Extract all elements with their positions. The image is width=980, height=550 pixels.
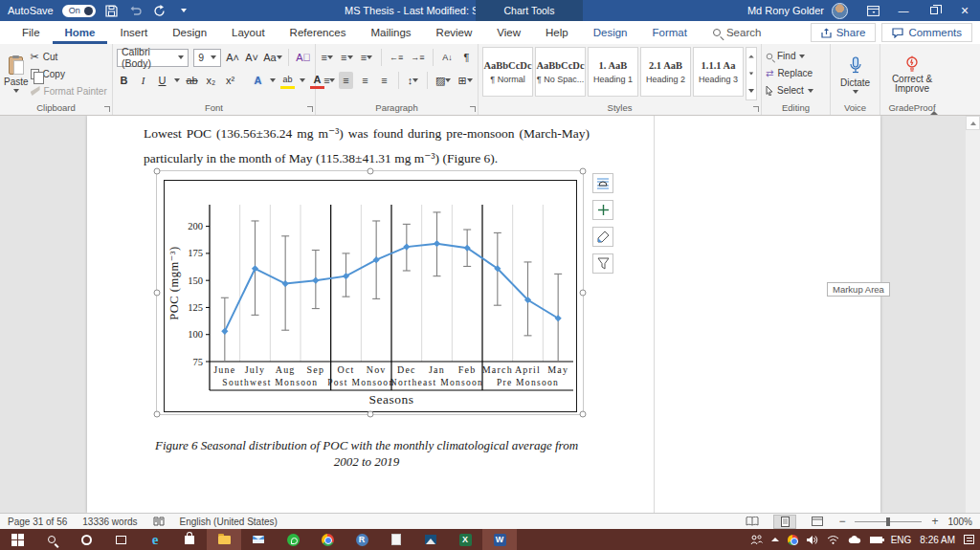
photos-button[interactable] (413, 529, 448, 550)
ribbon-display-options-icon[interactable] (858, 0, 888, 21)
document-page[interactable]: Lowest POC (136.56±36.24 mg m⁻³) was fou… (87, 116, 880, 513)
replace-button[interactable]: ⇄ Replace (766, 66, 813, 80)
grow-font-button[interactable]: A˄ (226, 49, 240, 66)
style-heading-1[interactable]: 1. AaBHeading 1 (588, 47, 638, 97)
bullets-button[interactable]: ≡ (320, 49, 335, 66)
excel-button[interactable]: X (448, 529, 482, 550)
read-mode-icon[interactable] (741, 515, 764, 529)
whatsapp-button[interactable] (276, 529, 310, 550)
tab-home[interactable]: Home (53, 21, 108, 44)
borders-button[interactable]: ⊞ (457, 72, 474, 89)
subscript-button[interactable]: x₂ (204, 72, 218, 89)
text-effects-button[interactable]: A (251, 72, 265, 89)
volume-icon[interactable] (807, 535, 818, 545)
r-app-button[interactable]: R (345, 529, 379, 550)
wifi-icon[interactable] (827, 535, 839, 544)
font-size-combo[interactable]: 9 (193, 49, 220, 67)
chart-styles-button[interactable] (592, 227, 613, 247)
store-button[interactable] (172, 529, 207, 550)
show-marks-button[interactable]: ¶ (459, 49, 474, 66)
chrome-button[interactable] (310, 529, 345, 550)
copy-button[interactable]: Copy (29, 66, 109, 81)
align-center-button[interactable]: ≡ (339, 72, 353, 89)
superscript-button[interactable]: x² (223, 72, 237, 89)
sort-button[interactable]: A↓ (440, 49, 455, 66)
align-right-button[interactable]: ≡ (358, 72, 372, 89)
zoom-in-button[interactable]: + (931, 515, 938, 528)
strikethrough-button[interactable]: ab (185, 72, 199, 89)
format-painter-button[interactable]: Format Painter (29, 83, 109, 99)
people-icon[interactable] (750, 535, 763, 545)
tab-help[interactable]: Help (533, 21, 581, 44)
body-paragraph[interactable]: Lowest POC (136.56±36.24 mg m⁻³) was fou… (144, 121, 590, 171)
proofing-icon[interactable] (153, 516, 165, 527)
restore-button[interactable] (919, 0, 949, 21)
style--no-spac-[interactable]: AaBbCcDc¶ No Spac... (535, 47, 586, 97)
mail-button[interactable] (241, 529, 276, 550)
underline-dropdown-icon[interactable] (174, 78, 180, 82)
selection-handle[interactable] (580, 168, 587, 175)
bold-button[interactable]: B (117, 72, 131, 89)
shrink-font-button[interactable]: A˅ (245, 49, 259, 66)
selection-handle[interactable] (367, 411, 373, 418)
battery-icon[interactable] (870, 537, 882, 543)
search-box[interactable]: Search (713, 27, 761, 38)
change-case-button[interactable]: Aa (264, 49, 282, 66)
chart-tools-context-tab[interactable]: Chart Tools (476, 0, 583, 21)
chart-object[interactable]: 75100125150175200POC (mgm⁻³)JuneJulyAugS… (156, 170, 584, 415)
styles-dialog-launcher[interactable] (753, 106, 759, 112)
vertical-scrollbar[interactable] (966, 116, 980, 513)
tab-mailings[interactable]: Mailings (358, 21, 423, 44)
paste-dropdown-icon[interactable] (13, 89, 19, 93)
selection-handle[interactable] (580, 411, 587, 418)
increase-indent-button[interactable]: →≡ (410, 49, 426, 66)
autosave-toggle[interactable]: On (62, 5, 96, 17)
decrease-indent-button[interactable]: ←≡ (389, 49, 405, 66)
chart-elements-button[interactable] (592, 200, 613, 220)
cut-button[interactable]: ✂ Cut (29, 49, 109, 64)
notes-button[interactable] (379, 529, 413, 550)
start-button[interactable] (0, 529, 34, 550)
underline-button[interactable]: U (155, 72, 169, 89)
tab-file[interactable]: File (10, 21, 53, 44)
paragraph-dialog-launcher[interactable] (470, 106, 476, 112)
file-explorer-button[interactable] (207, 529, 241, 550)
print-layout-icon[interactable] (773, 515, 796, 529)
tab-view[interactable]: View (484, 21, 533, 44)
user-avatar[interactable] (832, 3, 848, 19)
redo-icon[interactable] (152, 3, 167, 18)
word-button[interactable]: W (482, 529, 517, 550)
multilevel-list-button[interactable]: ≡ (359, 49, 374, 66)
minimize-button[interactable]: — (888, 0, 919, 21)
zoom-level[interactable]: 100% (947, 517, 972, 527)
align-left-button[interactable]: ≡ (320, 72, 334, 89)
zoom-slider[interactable] (855, 521, 922, 522)
selection-handle[interactable] (154, 168, 161, 175)
font-dialog-launcher[interactable] (307, 106, 313, 112)
edge-button[interactable]: e (138, 529, 172, 550)
task-view-button[interactable] (103, 529, 138, 550)
paste-button[interactable]: Paste (4, 47, 29, 100)
selection-handle[interactable] (367, 168, 373, 175)
comments-button[interactable]: Comments (881, 23, 972, 42)
styles-scroll[interactable] (746, 47, 757, 100)
selection-handle[interactable] (154, 411, 161, 418)
clear-formatting-button[interactable]: A⃠ (296, 49, 311, 66)
tab-references[interactable]: References (278, 21, 359, 44)
style-heading-3[interactable]: 1.1.1 AaHeading 3 (693, 47, 744, 97)
tab-layout[interactable]: Layout (219, 21, 278, 44)
onedrive-cloud-icon[interactable] (848, 536, 861, 544)
find-button[interactable]: Find (766, 49, 813, 63)
select-button[interactable]: Select (766, 83, 813, 98)
clipboard-dialog-launcher[interactable] (104, 106, 110, 112)
chart-filters-button[interactable] (592, 253, 613, 274)
style-heading-2[interactable]: 2.1 AaBHeading 2 (640, 47, 691, 97)
tab-design-contextual[interactable]: Design (581, 21, 640, 44)
numbering-button[interactable]: ≡ (340, 49, 355, 66)
tab-format-contextual[interactable]: Format (640, 21, 700, 44)
tab-design[interactable]: Design (160, 21, 219, 44)
zoom-slider-thumb[interactable] (886, 517, 890, 526)
action-center-icon[interactable] (964, 535, 974, 544)
web-layout-icon[interactable] (806, 515, 829, 529)
chart-frame[interactable]: 75100125150175200POC (mgm⁻³)JuneJulyAugS… (164, 180, 577, 412)
